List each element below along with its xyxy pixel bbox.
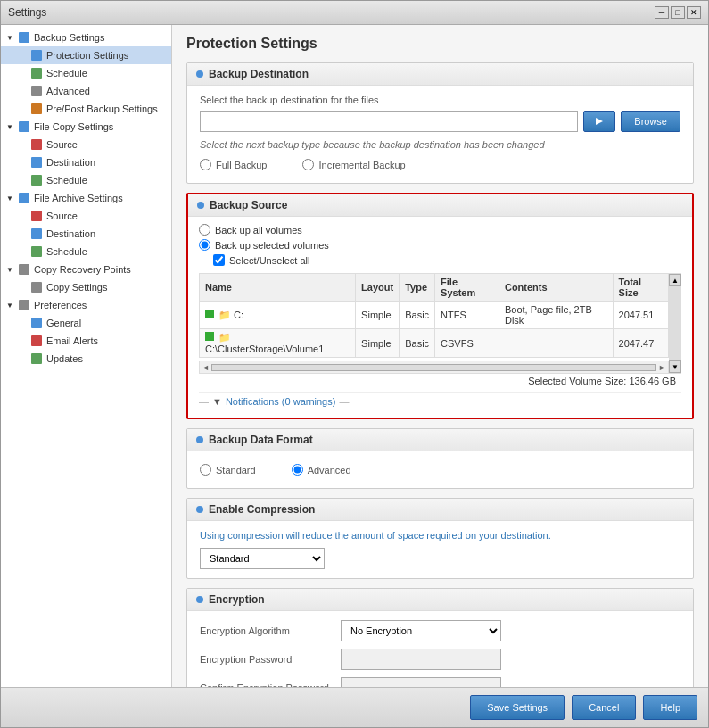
close-button[interactable]: ✕ [687, 6, 701, 19]
standard-format-radio[interactable] [200, 464, 211, 476]
dest-path-input[interactable] [200, 111, 578, 132]
vol-fs-cluster: CSVFS [435, 329, 499, 358]
backup-selected-label: Back up selected volumes [215, 240, 329, 251]
sidebar-item-file-archive-source[interactable]: Source [1, 207, 171, 225]
sidebar-item-protection-settings[interactable]: ▷ Protection Settings [1, 46, 171, 64]
vol-contents-cluster [499, 329, 613, 358]
vol-indicator [205, 310, 214, 318]
expand-copy-rp: ▼ [4, 264, 15, 275]
backup-data-format-body: Standard Advanced [187, 451, 693, 488]
encryption-password-input[interactable] [341, 649, 501, 670]
sidebar-filearchive-label: File Archive Settings [34, 193, 123, 203]
advanced-format-option[interactable]: Advanced [292, 464, 351, 476]
format-dot [196, 436, 203, 443]
sidebar-item-copy-settings[interactable]: Copy Settings [1, 278, 171, 296]
notifications-row: — ▼ Notifications (0 warnings) — [199, 392, 681, 410]
scroll-down-btn[interactable]: ▼ [669, 360, 681, 373]
dest-input-row: Browse [200, 111, 680, 132]
sidebar-item-file-archive-schedule[interactable]: Schedule [1, 243, 171, 261]
encryption-title: Encryption [209, 593, 265, 606]
minimize-button[interactable]: ─ [655, 6, 669, 19]
sidebar-filearchive-source-label: Source [46, 211, 78, 221]
expand-icon: ▼ [4, 32, 15, 43]
sidebar-item-pre-post[interactable]: ▷ Pre/Post Backup Settings [1, 100, 171, 118]
backup-all-label: Back up all volumes [215, 225, 302, 236]
backup-destination-title: Backup Destination [209, 68, 309, 80]
scroll-right-btn[interactable]: ► [658, 363, 666, 372]
cancel-button[interactable]: Cancel [572, 695, 636, 720]
notif-dash2: — [339, 396, 349, 407]
change-notice: Select the next backup type because the … [200, 139, 680, 150]
sidebar-item-schedule[interactable]: ▷ Schedule [1, 64, 171, 82]
sidebar-item-file-copy-settings[interactable]: ▼ File Copy Settings [1, 118, 171, 136]
backup-destination-header: Backup Destination [187, 63, 693, 86]
full-backup-radio[interactable] [200, 159, 211, 170]
sidebar: ▼ Backup Settings ▷ Protection Settings … [1, 25, 172, 687]
confirm-password-row: Confirm Encryption Password [200, 677, 680, 687]
dest-arrow-button[interactable] [583, 111, 615, 132]
incremental-backup-radio[interactable] [302, 159, 314, 170]
encryption-password-label: Encryption Password [200, 654, 334, 665]
maximize-button[interactable]: □ [671, 6, 685, 19]
select-all-checkbox-row[interactable]: Select/Unselect all [199, 254, 681, 266]
vol-size-c: 2047.51 [613, 302, 668, 329]
backup-selected-volumes-option[interactable]: Back up selected volumes [199, 239, 681, 251]
file-archive-dest-icon [29, 227, 44, 241]
sidebar-item-general[interactable]: General [1, 314, 171, 332]
sidebar-item-file-copy-schedule[interactable]: Schedule [1, 171, 171, 189]
horizontal-scrollbar[interactable]: ◄ ► [199, 361, 669, 374]
backup-source-title: Backup Source [210, 199, 287, 211]
sidebar-item-preferences[interactable]: ▼ Preferences [1, 296, 171, 314]
sidebar-protection-label: Protection Settings [46, 50, 128, 61]
vol-indicator2 [205, 332, 214, 341]
arrow-icon [594, 116, 605, 127]
help-button[interactable]: Help [643, 695, 697, 720]
encryption-card: Encryption Encryption Algorithm No Encry… [186, 588, 694, 687]
sidebar-filearchive-sched-label: Schedule [46, 246, 87, 257]
backup-settings-icon [17, 30, 31, 45]
vol-img-icon2: 📁 [218, 332, 231, 343]
scroll-up-btn[interactable]: ▲ [669, 274, 681, 286]
vol-name-c: 📁 C: [200, 302, 356, 329]
enable-compression-header: Enable Compression [187, 499, 693, 521]
vol-name-cluster: 📁 C:\ClusterStorage\Volume1 [200, 329, 356, 358]
sidebar-item-file-archive-dest[interactable]: Destination [1, 225, 171, 243]
sidebar-item-copy-recovery-points[interactable]: ▼ Copy Recovery Points [1, 261, 171, 278]
backup-all-volumes-radio[interactable] [199, 224, 210, 236]
sidebar-item-backup-settings[interactable]: ▼ Backup Settings [1, 29, 171, 46]
sidebar-filecopy-sched-label: Schedule [46, 175, 87, 186]
advanced-format-radio[interactable] [292, 464, 303, 476]
notifications-link[interactable]: Notifications (0 warnings) [226, 396, 336, 407]
encryption-algorithm-select[interactable]: No Encryption AES 128 AES 256 [341, 620, 501, 641]
volume-table-container: Name Layout Type File System Contents To… [199, 273, 681, 374]
vol-type-cluster: Basic [400, 329, 435, 358]
scroll-left-btn[interactable]: ◄ [202, 363, 210, 372]
backup-selected-radio[interactable] [199, 239, 210, 251]
window-title: Settings [8, 6, 46, 19]
save-settings-button[interactable]: Save Settings [470, 695, 565, 720]
schedule-icon [29, 66, 44, 80]
confirm-password-input[interactable] [341, 677, 501, 687]
standard-format-option[interactable]: Standard [200, 464, 256, 476]
sidebar-item-updates[interactable]: Updates [1, 350, 171, 368]
compression-select[interactable]: Standard High None [200, 548, 325, 569]
sidebar-item-email-alerts[interactable]: Email Alerts [1, 332, 171, 350]
window-controls: ─ □ ✕ [655, 6, 701, 19]
sidebar-item-file-copy-source[interactable]: Source [1, 136, 171, 153]
enable-compression-body: Using compression will reduce the amount… [187, 521, 693, 578]
incremental-backup-option[interactable]: Incremental Backup [302, 159, 405, 170]
sidebar-item-advanced[interactable]: ▷ Advanced [1, 82, 171, 100]
backup-all-volumes-option[interactable]: Back up all volumes [199, 224, 681, 236]
sidebar-item-file-archive-settings[interactable]: ▼ File Archive Settings [1, 189, 171, 207]
sidebar-general-label: General [46, 318, 81, 328]
browse-button[interactable]: Browse [621, 111, 680, 132]
select-all-label: Select/Unselect all [229, 255, 310, 266]
sidebar-item-file-copy-dest[interactable]: Destination [1, 153, 171, 171]
full-backup-option[interactable]: Full Backup [200, 159, 267, 170]
file-copy-source-icon [29, 137, 44, 152]
vol-fs-c: NTFS [435, 302, 499, 329]
encryption-algorithm-label: Encryption Algorithm [200, 625, 334, 636]
sidebar-prepost-label: Pre/Post Backup Settings [46, 103, 158, 114]
encryption-algorithm-row: Encryption Algorithm No Encryption AES 1… [200, 620, 680, 641]
select-all-checkbox[interactable] [213, 254, 225, 266]
